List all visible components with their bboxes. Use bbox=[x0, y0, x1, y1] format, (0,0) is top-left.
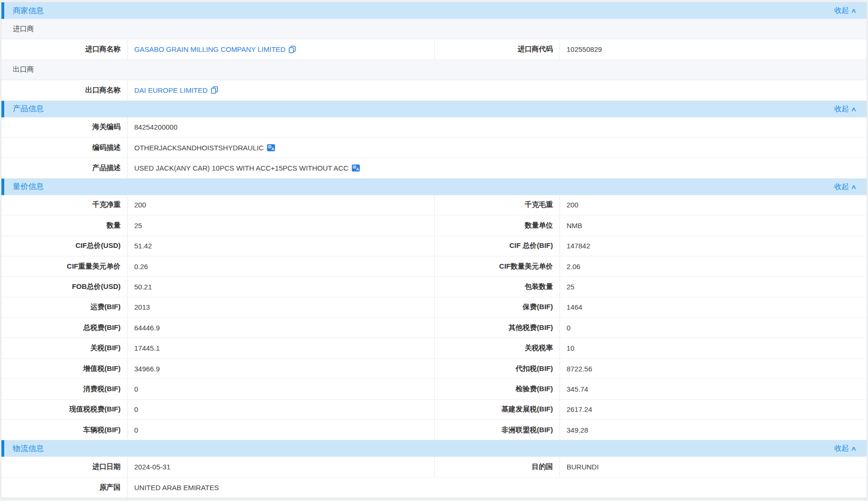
field-value: 51.42 bbox=[128, 236, 435, 256]
field-value: NMB bbox=[560, 215, 867, 235]
field-value: 2013 bbox=[128, 297, 435, 317]
field-value: GASABO GRAIN MILLING COMPANY LIMITED bbox=[128, 39, 435, 59]
collapse-label: 收起 bbox=[834, 6, 849, 16]
field-label: 保费(BIF) bbox=[435, 297, 560, 317]
collapse-button-quantity-price[interactable]: 收起 ∧ bbox=[834, 182, 856, 192]
field-label: CIF 总价(BIF) bbox=[435, 236, 560, 256]
field-label: 数量单位 bbox=[435, 215, 560, 235]
code-desc-text: OTHERJACKSANDHOISTSHYDRAULIC bbox=[134, 144, 264, 152]
svg-text:A: A bbox=[356, 167, 359, 172]
product-desc-text: USED JACK(ANY CAR) 10PCS WITH ACC+15PCS … bbox=[134, 164, 349, 172]
importer-name-link[interactable]: GASABO GRAIN MILLING COMPANY LIMITED bbox=[134, 45, 285, 53]
field-value: 2617.24 bbox=[560, 400, 867, 419]
section-header-merchant: 商家信息 收起 ∧ bbox=[1, 2, 867, 19]
section-title-product: 产品信息 bbox=[13, 104, 44, 114]
field-label: 海关编码 bbox=[1, 117, 128, 137]
field-label: 运费(BIF) bbox=[1, 297, 128, 317]
field-row-importer-name: 进口商名称 GASABO GRAIN MILLING COMPANY LIMIT… bbox=[1, 39, 867, 59]
field-label: 产品描述 bbox=[1, 158, 128, 178]
collapse-button-merchant[interactable]: 收起 ∧ bbox=[834, 6, 856, 16]
field-row: 现值税税费(BIF) 0 基建发展税(BIF) 2617.24 bbox=[1, 400, 867, 420]
field-value: 345.74 bbox=[560, 379, 867, 399]
collapse-button-logistics[interactable]: 收起 ∧ bbox=[834, 444, 856, 453]
group-label-exporter: 出口商 bbox=[13, 65, 34, 74]
field-label: 关税(BIF) bbox=[1, 338, 128, 358]
translate-icon[interactable]: A bbox=[352, 164, 360, 172]
field-label: 数量 bbox=[1, 215, 128, 235]
field-label: 总税费(BIF) bbox=[1, 318, 128, 337]
section-title-quantity-price: 量价信息 bbox=[13, 181, 44, 192]
field-row: 总税费(BIF) 64446.9 其他税费(BIF) 0 bbox=[1, 318, 867, 338]
field-value: 0.26 bbox=[128, 256, 435, 276]
field-value: 0 bbox=[128, 400, 435, 419]
group-row-exporter: 出口商 bbox=[1, 60, 867, 80]
field-label: 原产国 bbox=[1, 477, 128, 498]
field-value: 2024-05-31 bbox=[128, 457, 435, 476]
exporter-name-link[interactable]: DAI EUROPE LIMITED bbox=[134, 86, 208, 94]
field-label: 进口商代码 bbox=[435, 39, 560, 59]
field-value: 200 bbox=[128, 195, 435, 215]
field-label: 代扣税(BIF) bbox=[435, 359, 560, 378]
section-title-logistics: 物流信息 bbox=[13, 444, 44, 454]
field-value: 10 bbox=[560, 338, 867, 358]
copy-icon[interactable] bbox=[211, 86, 218, 94]
field-value: 84254200000 bbox=[128, 117, 867, 137]
field-label: 进口商名称 bbox=[1, 39, 128, 59]
group-row-importer: 进口商 bbox=[1, 19, 867, 39]
field-value: 64446.9 bbox=[128, 318, 435, 337]
field-row: 车辆税(BIF) 0 非洲联盟税(BIF) 349.28 bbox=[1, 420, 867, 440]
field-label: 增值税(BIF) bbox=[1, 359, 128, 378]
translate-icon[interactable]: A bbox=[267, 144, 275, 151]
field-label: CIF重量美元单价 bbox=[1, 256, 128, 276]
field-row: CIF总价(USD) 51.42 CIF 总价(BIF) 147842 bbox=[1, 236, 867, 256]
chevron-up-icon: ∧ bbox=[851, 106, 857, 113]
collapse-button-product[interactable]: 收起 ∧ bbox=[834, 104, 856, 114]
collapse-label: 收起 bbox=[834, 182, 849, 192]
field-row: 数量 25 数量单位 NMB bbox=[1, 215, 867, 236]
field-value: 2.06 bbox=[560, 256, 867, 276]
field-label: 关税税率 bbox=[435, 338, 560, 358]
field-row-product-desc: 产品描述 USED JACK(ANY CAR) 10PCS WITH ACC+1… bbox=[1, 158, 867, 178]
field-label: 包装数量 bbox=[435, 277, 560, 296]
field-value: 102550829 bbox=[560, 39, 867, 59]
field-value: 17445.1 bbox=[128, 338, 435, 358]
field-label: 现值税税费(BIF) bbox=[1, 400, 128, 419]
chevron-up-icon: ∧ bbox=[851, 7, 857, 14]
field-row-import-date: 进口日期 2024-05-31 目的国 BURUNDI bbox=[1, 457, 867, 477]
field-label: 目的国 bbox=[435, 457, 560, 476]
field-label: 消费税(BIF) bbox=[1, 379, 128, 399]
field-label: FOB总价(USD) bbox=[1, 277, 128, 296]
field-value: 0 bbox=[128, 420, 435, 440]
field-label: CIF总价(USD) bbox=[1, 236, 128, 256]
field-value: 0 bbox=[560, 318, 867, 337]
section-header-quantity-price: 量价信息 收起 ∧ bbox=[1, 179, 867, 195]
field-value: 25 bbox=[560, 277, 867, 296]
field-label: 千克净重 bbox=[1, 195, 128, 215]
copy-icon[interactable] bbox=[289, 46, 296, 53]
field-label: 其他税费(BIF) bbox=[435, 318, 560, 337]
field-value: 50.21 bbox=[128, 277, 435, 296]
field-row: CIF重量美元单价 0.26 CIF数量美元单价 2.06 bbox=[1, 256, 867, 277]
field-row: FOB总价(USD) 50.21 包装数量 25 bbox=[1, 277, 867, 297]
field-value: 8722.56 bbox=[560, 359, 867, 378]
field-label: 千克毛重 bbox=[435, 195, 560, 215]
field-row: 运费(BIF) 2013 保费(BIF) 1464 bbox=[1, 297, 867, 318]
group-label-importer: 进口商 bbox=[13, 25, 34, 33]
field-value: USED JACK(ANY CAR) 10PCS WITH ACC+15PCS … bbox=[128, 158, 867, 178]
field-row-origin-country: 原产国 UNITED ARAB EMIRATES bbox=[1, 477, 867, 498]
field-value: 34966.9 bbox=[128, 359, 435, 378]
section-title-merchant: 商家信息 bbox=[13, 6, 44, 16]
chevron-up-icon: ∧ bbox=[851, 183, 857, 190]
field-label: 编码描述 bbox=[1, 138, 128, 157]
field-value: 147842 bbox=[560, 236, 867, 256]
field-label: 进口日期 bbox=[1, 457, 128, 476]
field-label: 基建发展税(BIF) bbox=[435, 400, 560, 419]
field-label: 车辆税(BIF) bbox=[1, 420, 128, 440]
svg-text:A: A bbox=[271, 147, 274, 151]
field-value: 0 bbox=[128, 379, 435, 399]
collapse-label: 收起 bbox=[834, 444, 849, 453]
field-label: CIF数量美元单价 bbox=[435, 256, 560, 276]
field-row: 千克净重 200 千克毛重 200 bbox=[1, 195, 867, 215]
field-row: 关税(BIF) 17445.1 关税税率 10 bbox=[1, 338, 867, 358]
trade-record-detail-panel: 商家信息 收起 ∧ 进口商 进口商名称 GASABO GRAIN MILLING… bbox=[1, 2, 867, 498]
